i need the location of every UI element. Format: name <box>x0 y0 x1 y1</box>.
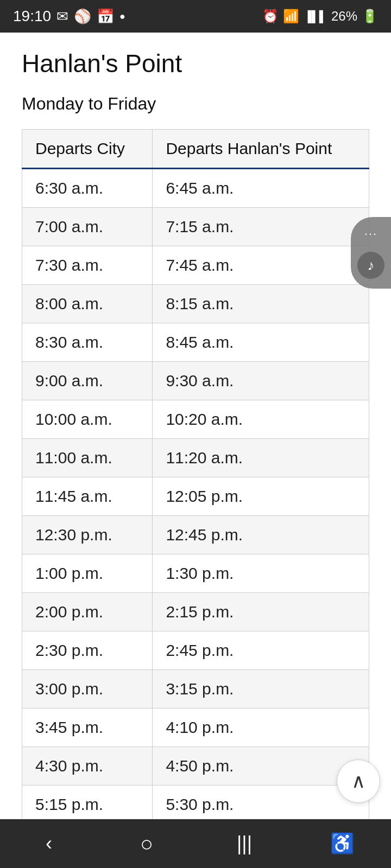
departs-city-cell: 2:30 p.m. <box>22 631 153 670</box>
wifi-icon: 📶 <box>283 9 299 24</box>
table-row: 1:00 p.m.1:30 p.m. <box>22 554 369 593</box>
table-header-row: Departs City Departs Hanlan's Point <box>22 130 369 169</box>
departs-hanlans-cell: 3:15 p.m. <box>153 670 369 709</box>
table-row: 2:30 p.m.2:45 p.m. <box>22 631 369 670</box>
departs-hanlans-cell: 11:20 a.m. <box>153 439 369 477</box>
battery-icon: 🔋 <box>362 9 378 24</box>
table-row: 4:30 p.m.4:50 p.m. <box>22 747 369 786</box>
departs-city-cell: 3:00 p.m. <box>22 670 153 709</box>
mail-icon: ✉ <box>56 8 68 25</box>
departs-hanlans-cell: 2:15 p.m. <box>153 593 369 631</box>
table-row: 8:30 a.m.8:45 a.m. <box>22 323 369 362</box>
departs-hanlans-cell: 4:10 p.m. <box>153 709 369 747</box>
alarm-icon: ⏰ <box>262 9 279 24</box>
col1-header: Departs City <box>22 130 153 169</box>
floating-music-icon[interactable]: ♪ <box>357 252 384 279</box>
departs-hanlans-cell: 5:30 p.m. <box>153 786 369 824</box>
signal-icon: ▐▌▌ <box>304 10 327 23</box>
status-left: 19:10 ✉ ⚾ 📅 ● <box>13 8 125 25</box>
col2-header: Departs Hanlan's Point <box>153 130 369 169</box>
calendar-icon: 📅 <box>97 8 114 25</box>
table-row: 8:00 a.m.8:15 a.m. <box>22 285 369 323</box>
chevron-up-icon: ∧ <box>351 770 365 793</box>
battery-label: 26% <box>331 9 357 24</box>
table-row: 12:30 p.m.12:45 p.m. <box>22 516 369 554</box>
status-bar: 19:10 ✉ ⚾ 📅 ● ⏰ 📶 ▐▌▌ 26% 🔋 <box>0 0 391 33</box>
section-title: Monday to Friday <box>22 94 369 114</box>
departs-city-cell: 7:00 a.m. <box>22 208 153 246</box>
departs-city-cell: 9:00 a.m. <box>22 362 153 400</box>
departs-city-cell: 8:30 a.m. <box>22 323 153 362</box>
accessibility-button[interactable]: ♿ <box>320 822 364 865</box>
departs-hanlans-cell: 7:45 a.m. <box>153 246 369 285</box>
departs-city-cell: 7:30 a.m. <box>22 246 153 285</box>
status-time: 19:10 <box>13 8 51 25</box>
departs-city-cell: 11:45 a.m. <box>22 477 153 516</box>
departs-city-cell: 3:45 p.m. <box>22 709 153 747</box>
table-row: 3:45 p.m.4:10 p.m. <box>22 709 369 747</box>
departs-city-cell: 8:00 a.m. <box>22 285 153 323</box>
departs-hanlans-cell: 9:30 a.m. <box>153 362 369 400</box>
departs-city-cell: 1:00 p.m. <box>22 554 153 593</box>
table-row: 2:00 p.m.2:15 p.m. <box>22 593 369 631</box>
accessibility-icon: ♿ <box>330 832 355 855</box>
departs-city-cell: 5:15 p.m. <box>22 786 153 824</box>
departs-hanlans-cell: 2:45 p.m. <box>153 631 369 670</box>
table-row: 3:00 p.m.3:15 p.m. <box>22 670 369 709</box>
departs-hanlans-cell: 6:45 a.m. <box>153 169 369 208</box>
table-row: 10:00 a.m.10:20 a.m. <box>22 400 369 439</box>
departs-city-cell: 11:00 a.m. <box>22 439 153 477</box>
baseball-icon: ⚾ <box>74 8 91 25</box>
departs-hanlans-cell: 8:15 a.m. <box>153 285 369 323</box>
main-content: Hanlan's Point Monday to Friday Departs … <box>0 33 391 846</box>
table-row: 7:30 a.m.7:45 a.m. <box>22 246 369 285</box>
bottom-nav: ‹ ○ ||| ♿ <box>0 819 391 868</box>
table-row: 5:15 p.m.5:30 p.m. <box>22 786 369 824</box>
page-title: Hanlan's Point <box>22 49 369 79</box>
departs-city-cell: 10:00 a.m. <box>22 400 153 439</box>
recents-button[interactable]: ||| <box>223 822 266 865</box>
table-row: 11:00 a.m.11:20 a.m. <box>22 439 369 477</box>
departs-hanlans-cell: 10:20 a.m. <box>153 400 369 439</box>
departs-hanlans-cell: 12:45 p.m. <box>153 516 369 554</box>
status-right: ⏰ 📶 ▐▌▌ 26% 🔋 <box>262 9 378 24</box>
table-row: 9:00 a.m.9:30 a.m. <box>22 362 369 400</box>
home-button[interactable]: ○ <box>125 822 168 865</box>
recents-icon: ||| <box>237 832 252 855</box>
schedule-table: Departs City Departs Hanlan's Point 6:30… <box>22 129 369 824</box>
departs-hanlans-cell: 12:05 p.m. <box>153 477 369 516</box>
departs-city-cell: 4:30 p.m. <box>22 747 153 786</box>
dot-icon: ● <box>119 11 125 22</box>
table-row: 7:00 a.m.7:15 a.m. <box>22 208 369 246</box>
floating-dots[interactable]: ··· <box>364 227 377 241</box>
home-icon: ○ <box>140 832 153 856</box>
back-icon: ‹ <box>46 832 52 855</box>
table-row: 6:30 a.m.6:45 a.m. <box>22 169 369 208</box>
departs-city-cell: 2:00 p.m. <box>22 593 153 631</box>
table-row: 11:45 a.m.12:05 p.m. <box>22 477 369 516</box>
departs-city-cell: 6:30 a.m. <box>22 169 153 208</box>
departs-hanlans-cell: 8:45 a.m. <box>153 323 369 362</box>
departs-hanlans-cell: 7:15 a.m. <box>153 208 369 246</box>
departs-hanlans-cell: 1:30 p.m. <box>153 554 369 593</box>
departs-city-cell: 12:30 p.m. <box>22 516 153 554</box>
floating-menu[interactable]: ··· ♪ <box>351 217 391 289</box>
back-button[interactable]: ‹ <box>27 822 71 865</box>
scroll-top-button[interactable]: ∧ <box>337 760 380 803</box>
